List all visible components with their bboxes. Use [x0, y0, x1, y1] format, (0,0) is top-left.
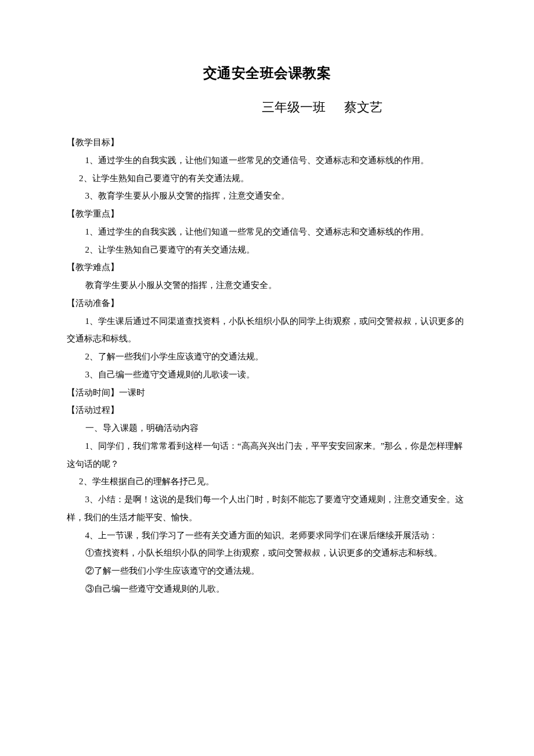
paragraph: 3、教育学生要从小服从交警的指挥，注意交通安全。 — [67, 187, 467, 205]
paragraph: 1、通过学生的自我实践，让他们知道一些常见的交通信号、交通标志和交通标线的作用。 — [67, 223, 467, 241]
section-heading: 【活动准备】 — [67, 294, 467, 312]
section-heading: 【活动过程】 — [67, 401, 467, 419]
section-heading: 【教学难点】 — [67, 258, 467, 276]
paragraph: 4、上一节课，我们学习了一些有关交通方面的知识。老师要求同学们在课后继续开展活动… — [67, 527, 467, 545]
paragraph: 3、小结：是啊！这说的是我们每一个人出门时，时刻不能忘了要遵守交通规则，注意交通… — [67, 491, 467, 527]
paragraph: ③自己编一些遵守交通规则的儿歌。 — [67, 580, 467, 598]
section-heading: 【活动时间】一课时 — [67, 384, 467, 402]
teacher-name: 蔡文艺 — [344, 100, 383, 114]
document-body: 【教学目标】 1、通过学生的自我实践，让他们知道一些常见的交通信号、交通标志和交… — [67, 134, 467, 598]
paragraph: 2、让学生熟知自己要遵守的有关交通法规。 — [67, 241, 467, 259]
paragraph: 2、学生根据自己的理解各抒己见。 — [67, 473, 467, 491]
paragraph: 2、了解一些我们小学生应该遵守的交通法规。 — [67, 348, 467, 366]
section-heading: 【教学重点】 — [67, 205, 467, 223]
paragraph: 教育学生要从小服从交警的指挥，注意交通安全。 — [67, 276, 467, 294]
paragraph: 1、同学们，我们常常看到这样一句话：“高高兴兴出门去，平平安安回家来。”那么，你… — [67, 437, 467, 473]
paragraph: 1、通过学生的自我实践，让他们知道一些常见的交通信号、交通标志和交通标线的作用。 — [67, 152, 467, 170]
section-heading: 【教学目标】 — [67, 134, 467, 152]
paragraph: 1、学生课后通过不同渠道查找资料，小队长组织小队的同学上街观察，或问交警叔叔，认… — [67, 312, 467, 348]
document-subtitle: 三年级一班 蔡文艺 — [67, 99, 467, 116]
paragraph: 一、导入课题，明确活动内容 — [67, 419, 467, 437]
paragraph: 2、让学生熟知自己要遵守的有关交通法规。 — [67, 170, 467, 188]
page-container: 交通安全班会课教案 三年级一班 蔡文艺 【教学目标】 1、通过学生的自我实践，让… — [0, 0, 534, 650]
paragraph: ②了解一些我们小学生应该遵守的交通法规。 — [67, 562, 467, 580]
paragraph: 3、自己编一些遵守交通规则的儿歌读一读。 — [67, 366, 467, 384]
document-title: 交通安全班会课教案 — [67, 64, 467, 82]
paragraph: ①查找资料，小队长组织小队的同学上街观察，或问交警叔叔，认识更多的交通标志和标线… — [67, 544, 467, 562]
class-name: 三年级一班 — [262, 100, 326, 114]
